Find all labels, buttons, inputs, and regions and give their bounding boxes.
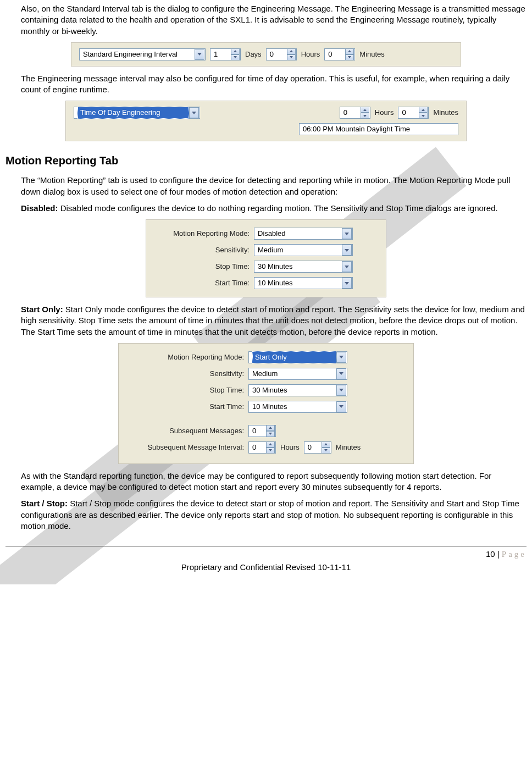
subsequent-messages-spinner[interactable]: 0 [248,425,276,437]
hours-spinner[interactable]: 0 [340,107,370,119]
paragraph-disabled-mode: Disabled: Disabled mode configures the d… [21,203,527,214]
spinner-up-icon[interactable] [361,107,369,113]
mode-label: Motion Reporting Mode: [156,229,250,239]
paragraph-time-of-day: The Engineering message interval may als… [21,73,527,96]
start-time-combo[interactable]: 10 Minutes [254,277,353,289]
mode-label: Motion Reporting Mode: [129,352,244,362]
figure-standard-engineering-interval: Standard Engineering Interval 1 Days 0 H… [71,42,461,67]
sensitivity-label: Sensitivity: [156,245,250,255]
minutes-spinner[interactable]: 0 [398,107,429,119]
days-label: Days [245,49,262,59]
spinner-up-icon[interactable] [287,48,296,54]
chevron-down-icon[interactable] [336,401,346,412]
spinner-down-icon[interactable] [345,54,354,60]
motion-reporting-mode-combo[interactable]: Disabled [254,228,353,240]
paragraph-motion-reporting-intro: The “Motion Reporting” tab is used to co… [21,175,527,197]
figure-time-of-day-engineering: Time Of Day Engineering 0 Hours 0 Minute… [65,101,467,141]
chevron-down-icon[interactable] [342,245,352,256]
spinner-up-icon[interactable] [322,441,330,447]
hours-label: Hours [280,443,300,452]
sensitivity-label: Sensitivity: [129,369,244,379]
stop-time-label: Stop Time: [129,385,244,395]
footer-proprietary: Proprietary and Confidential Revised 10-… [5,562,527,573]
spinner-down-icon[interactable] [287,54,296,60]
figure-motion-reporting-disabled: Motion Reporting Mode: Disabled Sensitiv… [146,219,386,297]
chevron-down-icon[interactable] [342,261,352,272]
spinner-down-icon[interactable] [231,54,240,60]
paragraph-start-only-mode: Start Only: Start Only mode configures t… [21,304,527,338]
stop-time-combo[interactable]: 30 Minutes [248,384,347,396]
minutes-spinner[interactable]: 0 [324,48,355,60]
subsequent-interval-label: Subsequent Message Interval: [129,443,244,452]
spinner-down-icon[interactable] [419,113,428,119]
stop-time-label: Stop Time: [156,262,250,272]
chevron-down-icon[interactable] [189,107,199,118]
sensitivity-combo[interactable]: Medium [248,368,347,380]
paragraph-intro-engineering-message: Also, on the Standard Interval tab is th… [21,3,527,37]
spinner-down-icon[interactable] [266,431,275,437]
chevron-down-icon[interactable] [336,385,346,396]
chevron-down-icon[interactable] [336,352,346,363]
sensitivity-combo[interactable]: Medium [254,244,353,256]
heading-motion-reporting-tab: Motion Reporting Tab [5,153,527,168]
days-spinner[interactable]: 1 [210,48,241,60]
spinner-down-icon[interactable] [266,447,275,454]
spinner-down-icon[interactable] [361,113,369,119]
chevron-down-icon[interactable] [336,368,346,379]
minutes-label: Minutes [433,108,458,118]
figure-motion-reporting-start-only: Motion Reporting Mode: Start Only Sensit… [118,343,414,464]
time-of-day-engineering-combo[interactable]: Time Of Day Engineering [74,107,200,119]
start-stop-label: Start / Stop: [21,499,68,508]
spinner-up-icon[interactable] [231,48,240,54]
timezone-display[interactable]: 06:00 PM Mountain Daylight Time [299,123,458,135]
combo-value: Standard Engineering Interval [83,49,195,59]
spinner-up-icon[interactable] [266,425,275,431]
disabled-label: Disabled: [21,203,58,213]
standard-engineering-interval-combo[interactable]: Standard Engineering Interval [79,48,206,60]
start-time-label: Start Time: [156,278,250,288]
chevron-down-icon[interactable] [342,228,352,239]
spinner-up-icon[interactable] [266,441,275,447]
minutes-label: Minutes [359,49,385,59]
stop-time-combo[interactable]: 30 Minutes [254,261,353,273]
spinner-down-icon[interactable] [322,447,330,454]
subsequent-interval-minutes-spinner[interactable]: 0 [304,441,331,454]
combo-value: Time Of Day Engineering [77,107,189,119]
hours-label: Hours [375,108,394,118]
start-time-combo[interactable]: 10 Minutes [248,401,347,413]
footer-rule [5,546,527,546]
chevron-down-icon[interactable] [342,278,352,289]
spinner-up-icon[interactable] [419,107,428,113]
subsequent-interval-hours-spinner[interactable]: 0 [248,441,276,454]
start-only-label: Start Only: [21,305,63,314]
start-time-label: Start Time: [129,402,244,412]
paragraph-start-stop-mode: Start / Stop: Start / Stop mode configur… [21,498,527,532]
motion-reporting-mode-combo[interactable]: Start Only [248,351,347,363]
subsequent-messages-label: Subsequent Messages: [129,426,244,436]
minutes-label: Minutes [336,443,361,452]
paragraph-subsequent-reporting: As with the Standard reporting function,… [21,471,527,493]
chevron-down-icon[interactable] [195,49,204,60]
spinner-up-icon[interactable] [345,48,354,54]
page-number: 10 | Page [5,549,527,560]
hours-label: Hours [301,49,320,59]
hours-spinner[interactable]: 0 [266,48,297,60]
